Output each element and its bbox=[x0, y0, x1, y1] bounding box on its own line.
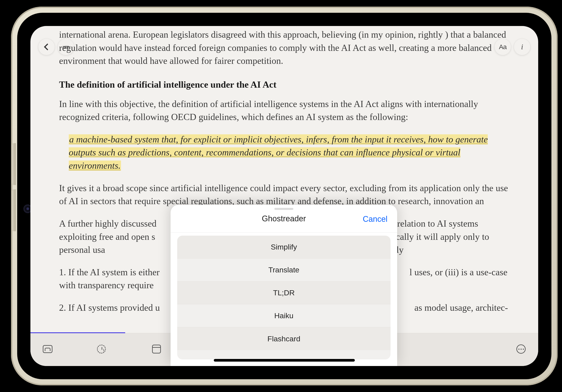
sheet-title: Ghostreader bbox=[262, 214, 306, 223]
paragraph: In line with this objective, the definit… bbox=[59, 98, 510, 124]
more-button[interactable] bbox=[514, 342, 528, 356]
home-indicator[interactable] bbox=[214, 359, 355, 362]
clock-icon bbox=[97, 345, 106, 353]
ghostreader-options: Simplify Translate TL;DR Haiku Flashcard bbox=[177, 236, 390, 359]
highlighted-text[interactable]: a machine-based system that, for explici… bbox=[69, 134, 488, 171]
section-heading: The definition of artificial intelligenc… bbox=[59, 78, 510, 91]
option-haiku[interactable]: Haiku bbox=[177, 304, 390, 327]
info-icon: i bbox=[521, 43, 523, 51]
option-tldr[interactable]: TL;DR bbox=[177, 281, 390, 304]
inbox-icon bbox=[43, 345, 52, 353]
back-button[interactable] bbox=[38, 39, 55, 55]
paragraph: It gives it a broad scope since artifici… bbox=[59, 182, 510, 208]
archive-button[interactable] bbox=[149, 342, 164, 356]
later-button[interactable] bbox=[94, 342, 108, 356]
volume-down-button bbox=[12, 189, 16, 231]
paragraph: international arena. European legislator… bbox=[59, 28, 510, 67]
option-translate[interactable]: Translate bbox=[177, 258, 390, 281]
reading-progress-bar bbox=[30, 332, 125, 333]
blockquote: a machine-based system that, for explici… bbox=[69, 133, 510, 172]
option-simplify[interactable]: Simplify bbox=[177, 236, 390, 258]
archive-icon bbox=[152, 345, 161, 353]
sheet-header: Ghostreader Cancel bbox=[171, 205, 397, 233]
cancel-button[interactable]: Cancel bbox=[363, 214, 387, 224]
option-flashcard[interactable]: Flashcard bbox=[177, 327, 390, 350]
volume-up-button bbox=[12, 143, 16, 185]
ellipsis-circle-icon bbox=[516, 344, 526, 354]
ipad-frame: ≔ Aa i international arena. European leg… bbox=[11, 7, 558, 385]
chevron-left-icon bbox=[44, 43, 51, 50]
inbox-button[interactable] bbox=[41, 342, 55, 356]
ghostreader-sheet: Ghostreader Cancel Simplify Translate TL… bbox=[171, 205, 397, 366]
info-button[interactable]: i bbox=[514, 39, 530, 55]
app-screen: ≔ Aa i international arena. European leg… bbox=[30, 26, 538, 366]
